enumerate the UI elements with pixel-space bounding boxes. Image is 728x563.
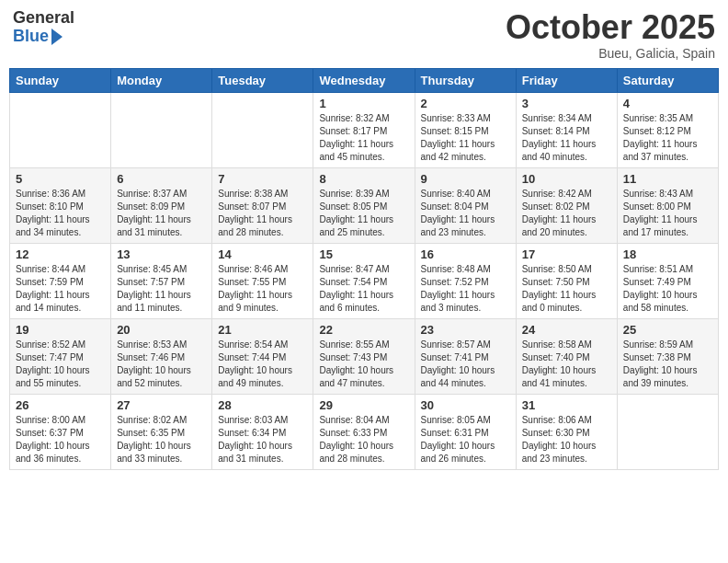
calendar-cell: 5Sunrise: 8:36 AM Sunset: 8:10 PM Daylig…	[10, 167, 111, 243]
calendar-cell	[617, 394, 718, 469]
calendar-cell: 31Sunrise: 8:06 AM Sunset: 6:30 PM Dayli…	[516, 394, 617, 469]
day-info: Sunrise: 8:48 AM Sunset: 7:52 PM Dayligh…	[421, 263, 510, 315]
day-number: 19	[16, 323, 105, 337]
day-number: 18	[623, 247, 712, 261]
calendar-week-row: 5Sunrise: 8:36 AM Sunset: 8:10 PM Daylig…	[10, 167, 719, 243]
calendar-cell: 12Sunrise: 8:44 AM Sunset: 7:59 PM Dayli…	[10, 243, 111, 318]
day-info: Sunrise: 8:59 AM Sunset: 7:38 PM Dayligh…	[623, 339, 712, 390]
day-number: 15	[319, 247, 408, 261]
day-info: Sunrise: 8:02 AM Sunset: 6:35 PM Dayligh…	[117, 414, 206, 465]
calendar-week-row: 26Sunrise: 8:00 AM Sunset: 6:37 PM Dayli…	[10, 394, 719, 469]
calendar-cell: 3Sunrise: 8:34 AM Sunset: 8:14 PM Daylig…	[516, 92, 617, 167]
calendar-cell: 18Sunrise: 8:51 AM Sunset: 7:49 PM Dayli…	[617, 243, 718, 318]
day-header-wednesday: Wednesday	[313, 68, 415, 92]
day-number: 20	[117, 323, 206, 337]
day-info: Sunrise: 8:50 AM Sunset: 7:50 PM Dayligh…	[522, 263, 611, 315]
day-number: 31	[522, 398, 611, 412]
calendar-cell: 13Sunrise: 8:45 AM Sunset: 7:57 PM Dayli…	[111, 243, 212, 318]
day-number: 27	[117, 398, 206, 412]
day-header-thursday: Thursday	[415, 68, 516, 92]
calendar-cell: 8Sunrise: 8:39 AM Sunset: 8:05 PM Daylig…	[313, 167, 415, 243]
location: Bueu, Galicia, Spain	[506, 46, 715, 61]
day-number: 10	[522, 172, 611, 186]
calendar-cell: 24Sunrise: 8:58 AM Sunset: 7:40 PM Dayli…	[516, 318, 617, 394]
day-number: 12	[16, 247, 105, 261]
day-number: 8	[319, 172, 408, 186]
day-number: 16	[421, 247, 510, 261]
logo-general: General	[13, 9, 74, 28]
calendar-cell: 19Sunrise: 8:52 AM Sunset: 7:47 PM Dayli…	[10, 318, 111, 394]
calendar-cell: 29Sunrise: 8:04 AM Sunset: 6:33 PM Dayli…	[313, 394, 415, 469]
day-info: Sunrise: 8:35 AM Sunset: 8:12 PM Dayligh…	[623, 112, 712, 164]
calendar-cell: 9Sunrise: 8:40 AM Sunset: 8:04 PM Daylig…	[415, 167, 516, 243]
calendar-cell: 22Sunrise: 8:55 AM Sunset: 7:43 PM Dayli…	[313, 318, 415, 394]
day-number: 13	[117, 247, 206, 261]
day-info: Sunrise: 8:54 AM Sunset: 7:44 PM Dayligh…	[218, 339, 307, 390]
calendar-cell: 26Sunrise: 8:00 AM Sunset: 6:37 PM Dayli…	[10, 394, 111, 469]
day-info: Sunrise: 8:03 AM Sunset: 6:34 PM Dayligh…	[218, 414, 307, 465]
calendar-cell: 25Sunrise: 8:59 AM Sunset: 7:38 PM Dayli…	[617, 318, 718, 394]
calendar-header-row: SundayMondayTuesdayWednesdayThursdayFrid…	[10, 68, 719, 92]
day-number: 6	[117, 172, 206, 186]
day-info: Sunrise: 8:38 AM Sunset: 8:07 PM Dayligh…	[218, 188, 307, 239]
calendar-cell: 16Sunrise: 8:48 AM Sunset: 7:52 PM Dayli…	[415, 243, 516, 318]
calendar-cell: 4Sunrise: 8:35 AM Sunset: 8:12 PM Daylig…	[617, 92, 718, 167]
calendar-cell: 27Sunrise: 8:02 AM Sunset: 6:35 PM Dayli…	[111, 394, 212, 469]
day-number: 9	[421, 172, 510, 186]
day-info: Sunrise: 8:04 AM Sunset: 6:33 PM Dayligh…	[319, 414, 408, 465]
day-info: Sunrise: 8:39 AM Sunset: 8:05 PM Dayligh…	[319, 188, 408, 239]
day-number: 23	[421, 323, 510, 337]
day-info: Sunrise: 8:44 AM Sunset: 7:59 PM Dayligh…	[16, 263, 105, 315]
calendar-cell: 11Sunrise: 8:43 AM Sunset: 8:00 PM Dayli…	[617, 167, 718, 243]
logo-arrow	[51, 29, 63, 45]
day-number: 2	[421, 97, 510, 110]
day-header-friday: Friday	[516, 68, 617, 92]
calendar-cell	[212, 92, 313, 167]
day-number: 29	[319, 398, 408, 412]
day-number: 7	[218, 172, 307, 186]
day-number: 14	[218, 247, 307, 261]
day-header-sunday: Sunday	[10, 68, 111, 92]
day-info: Sunrise: 8:47 AM Sunset: 7:54 PM Dayligh…	[319, 263, 408, 315]
day-number: 30	[421, 398, 510, 412]
calendar-week-row: 12Sunrise: 8:44 AM Sunset: 7:59 PM Dayli…	[10, 243, 719, 318]
month-title: October 2025	[506, 9, 715, 46]
day-number: 5	[16, 172, 105, 186]
day-header-tuesday: Tuesday	[212, 68, 313, 92]
day-number: 17	[522, 247, 611, 261]
calendar-cell	[111, 92, 212, 167]
day-info: Sunrise: 8:52 AM Sunset: 7:47 PM Dayligh…	[16, 339, 105, 390]
calendar-cell: 23Sunrise: 8:57 AM Sunset: 7:41 PM Dayli…	[415, 318, 516, 394]
day-info: Sunrise: 8:00 AM Sunset: 6:37 PM Dayligh…	[16, 414, 105, 465]
day-info: Sunrise: 8:40 AM Sunset: 8:04 PM Dayligh…	[421, 188, 510, 239]
page-header: General Blue October 2025 Bueu, Galicia,…	[9, 9, 719, 61]
day-info: Sunrise: 8:06 AM Sunset: 6:30 PM Dayligh…	[522, 414, 611, 465]
day-number: 1	[319, 97, 408, 110]
calendar-cell: 20Sunrise: 8:53 AM Sunset: 7:46 PM Dayli…	[111, 318, 212, 394]
day-info: Sunrise: 8:36 AM Sunset: 8:10 PM Dayligh…	[16, 188, 105, 239]
day-info: Sunrise: 8:05 AM Sunset: 6:31 PM Dayligh…	[421, 414, 510, 465]
day-header-monday: Monday	[111, 68, 212, 92]
calendar-week-row: 19Sunrise: 8:52 AM Sunset: 7:47 PM Dayli…	[10, 318, 719, 394]
calendar-cell: 15Sunrise: 8:47 AM Sunset: 7:54 PM Dayli…	[313, 243, 415, 318]
logo: General Blue	[13, 9, 74, 46]
calendar-cell: 28Sunrise: 8:03 AM Sunset: 6:34 PM Dayli…	[212, 394, 313, 469]
day-info: Sunrise: 8:51 AM Sunset: 7:49 PM Dayligh…	[623, 263, 712, 315]
calendar-cell: 30Sunrise: 8:05 AM Sunset: 6:31 PM Dayli…	[415, 394, 516, 469]
day-number: 4	[623, 97, 712, 110]
day-number: 25	[623, 323, 712, 337]
calendar-cell: 17Sunrise: 8:50 AM Sunset: 7:50 PM Dayli…	[516, 243, 617, 318]
calendar-cell: 1Sunrise: 8:32 AM Sunset: 8:17 PM Daylig…	[313, 92, 415, 167]
calendar-cell: 6Sunrise: 8:37 AM Sunset: 8:09 PM Daylig…	[111, 167, 212, 243]
day-info: Sunrise: 8:55 AM Sunset: 7:43 PM Dayligh…	[319, 339, 408, 390]
day-info: Sunrise: 8:57 AM Sunset: 7:41 PM Dayligh…	[421, 339, 510, 390]
calendar-cell: 14Sunrise: 8:46 AM Sunset: 7:55 PM Dayli…	[212, 243, 313, 318]
day-info: Sunrise: 8:32 AM Sunset: 8:17 PM Dayligh…	[319, 112, 408, 164]
day-info: Sunrise: 8:58 AM Sunset: 7:40 PM Dayligh…	[522, 339, 611, 390]
title-block: October 2025 Bueu, Galicia, Spain	[506, 9, 715, 61]
day-number: 28	[218, 398, 307, 412]
calendar: SundayMondayTuesdayWednesdayThursdayFrid…	[9, 68, 719, 470]
day-number: 24	[522, 323, 611, 337]
day-info: Sunrise: 8:37 AM Sunset: 8:09 PM Dayligh…	[117, 188, 206, 239]
day-info: Sunrise: 8:42 AM Sunset: 8:02 PM Dayligh…	[522, 188, 611, 239]
